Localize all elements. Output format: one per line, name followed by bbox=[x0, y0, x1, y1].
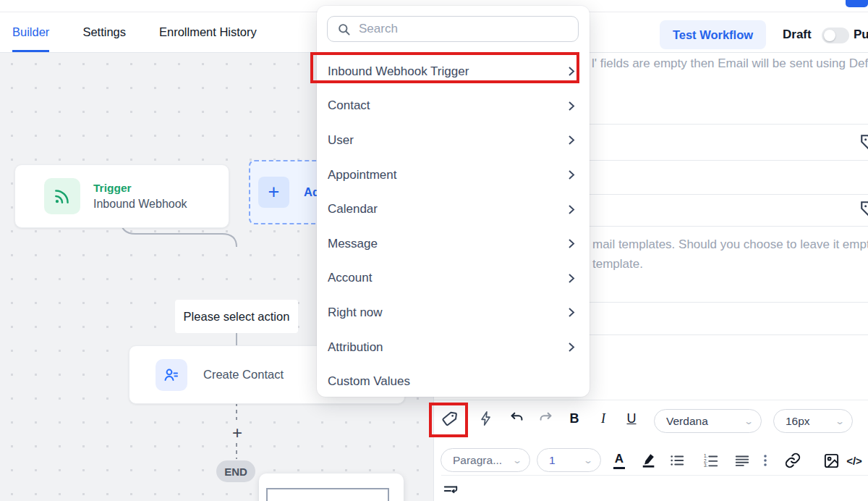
menu-item-attribution[interactable]: Attribution bbox=[317, 330, 590, 365]
chevron-right-icon bbox=[568, 273, 575, 284]
chevron-right-icon bbox=[568, 342, 575, 353]
paragraph-style-select[interactable]: Paragra... ⌄ bbox=[441, 448, 530, 472]
personalize-tag-icon[interactable] bbox=[859, 133, 868, 152]
more-options-kebab-icon[interactable] bbox=[752, 447, 778, 473]
bold-button[interactable]: B bbox=[561, 405, 587, 431]
numbered-list-button[interactable]: 1. 2. 3. bbox=[698, 447, 724, 473]
search-icon bbox=[337, 22, 351, 36]
publish-toggle[interactable] bbox=[822, 28, 849, 43]
menu-item-inbound-webhook-trigger[interactable]: Inbound Webhook Trigger bbox=[317, 54, 590, 89]
text-wrap-button[interactable] bbox=[438, 478, 464, 501]
chevron-down-icon: ⌄ bbox=[512, 455, 522, 466]
chevron-right-icon bbox=[568, 307, 575, 318]
plus-icon: + bbox=[258, 177, 289, 208]
underline-button[interactable]: U bbox=[618, 405, 644, 431]
helper-text-mid: mail templates. Should you choose to lea… bbox=[592, 235, 868, 274]
toolbar-divider bbox=[434, 400, 868, 400]
chevron-right-icon bbox=[568, 66, 575, 77]
tab-settings[interactable]: Settings bbox=[82, 12, 126, 52]
font-family-select[interactable]: Verdana ⌄ bbox=[654, 409, 762, 433]
link-button[interactable] bbox=[780, 447, 806, 473]
create-contact-icon bbox=[156, 359, 187, 391]
menu-item-custom-values[interactable]: Custom Values bbox=[317, 364, 590, 399]
select-action-placeholder: Please select action bbox=[175, 300, 298, 333]
nav-tabs: Builder Settings Enrollment History bbox=[12, 12, 257, 52]
trigger-title: Trigger bbox=[93, 182, 187, 195]
align-button[interactable] bbox=[729, 447, 755, 473]
menu-item-right-now[interactable]: Right now bbox=[317, 295, 590, 330]
chevron-down-icon: ⌄ bbox=[744, 416, 754, 426]
insert-step-button[interactable]: + bbox=[229, 423, 245, 443]
menu-list: Inbound Webhook Trigger Contact User App… bbox=[317, 54, 590, 399]
corner-button-fragment[interactable] bbox=[846, 0, 868, 7]
create-contact-label: Create Contact bbox=[203, 368, 284, 382]
search-box[interactable] bbox=[327, 16, 579, 42]
chevron-right-icon bbox=[568, 135, 575, 146]
workflow-builder-screen: Trigger Inbound Webhook + Add Please sel… bbox=[0, 0, 868, 501]
menu-item-contact[interactable]: Contact bbox=[317, 89, 590, 124]
trigger-subtitle: Inbound Webhook bbox=[93, 198, 187, 211]
font-size-select[interactable]: 16px ⌄ bbox=[773, 409, 853, 433]
chevron-down-icon: ⌄ bbox=[835, 416, 845, 426]
search-input[interactable] bbox=[357, 21, 578, 37]
highlight-color-button[interactable] bbox=[636, 447, 662, 473]
tag-merge-field-button[interactable] bbox=[436, 405, 462, 431]
tab-builder[interactable]: Builder bbox=[12, 12, 49, 52]
bullet-list-button[interactable] bbox=[664, 447, 690, 473]
draft-label: Draft bbox=[783, 28, 812, 42]
chevron-right-icon bbox=[568, 204, 575, 215]
menu-item-message[interactable]: Message bbox=[317, 227, 590, 261]
italic-button[interactable]: I bbox=[590, 405, 616, 431]
chevron-right-icon bbox=[568, 101, 575, 111]
bottom-popup-card bbox=[259, 473, 404, 501]
end-badge: END bbox=[216, 460, 255, 482]
menu-item-calendar[interactable]: Calendar bbox=[317, 192, 590, 227]
personalize-tag-icon[interactable] bbox=[859, 200, 868, 219]
redo-button[interactable] bbox=[532, 405, 558, 431]
chevron-right-icon bbox=[568, 238, 575, 249]
publish-label-fragment: Pu bbox=[854, 28, 868, 42]
tab-enrollment-history[interactable]: Enrollment History bbox=[159, 12, 257, 52]
svg-text:3.: 3. bbox=[704, 463, 708, 468]
popup-input-box[interactable] bbox=[266, 488, 389, 501]
toolbar-divider bbox=[441, 475, 868, 476]
trigger-node[interactable]: Trigger Inbound Webhook bbox=[14, 164, 229, 228]
helper-text-top: l' fields are empty then Email will be s… bbox=[592, 56, 868, 71]
code-view-button[interactable]: </> bbox=[841, 447, 867, 473]
menu-item-user[interactable]: User bbox=[317, 123, 590, 158]
toggle-knob bbox=[824, 30, 835, 41]
test-workflow-button[interactable]: Test Workflow bbox=[660, 20, 766, 49]
menu-item-appointment[interactable]: Appointment bbox=[317, 158, 590, 193]
undo-button[interactable] bbox=[504, 405, 530, 431]
action-picker-dropdown: Inbound Webhook Trigger Contact User App… bbox=[317, 6, 590, 397]
menu-item-account[interactable]: Account bbox=[317, 261, 590, 296]
chevron-down-icon: ⌄ bbox=[583, 455, 593, 466]
chevron-right-icon bbox=[568, 169, 575, 180]
inbound-webhook-icon bbox=[44, 178, 80, 214]
text-color-button[interactable]: A bbox=[606, 447, 632, 473]
image-button[interactable] bbox=[818, 447, 844, 473]
lightning-button[interactable] bbox=[473, 405, 499, 431]
list-level-select[interactable]: 1 ⌄ bbox=[537, 448, 601, 472]
